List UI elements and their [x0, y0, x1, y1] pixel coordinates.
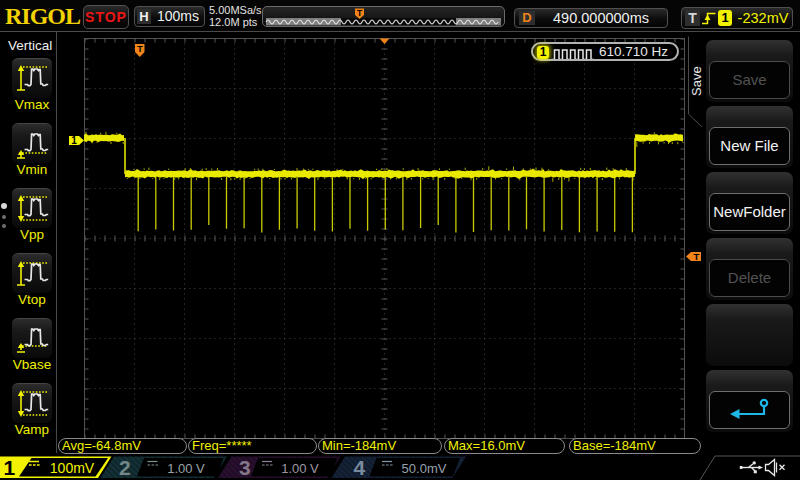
svg-text:1: 1: [4, 456, 16, 479]
svg-text:3: 3: [239, 456, 251, 479]
svg-text:4: 4: [354, 456, 366, 479]
svg-text:100mV: 100mV: [50, 460, 95, 476]
svg-text:1: 1: [71, 135, 77, 146]
svg-text:1.00 V: 1.00 V: [167, 461, 205, 476]
svg-text:2: 2: [119, 456, 131, 479]
svg-text:1.00 V: 1.00 V: [281, 461, 319, 476]
svg-text:50.0mV: 50.0mV: [402, 461, 447, 476]
svg-text:T: T: [357, 8, 363, 18]
svg-text:T: T: [137, 44, 143, 54]
